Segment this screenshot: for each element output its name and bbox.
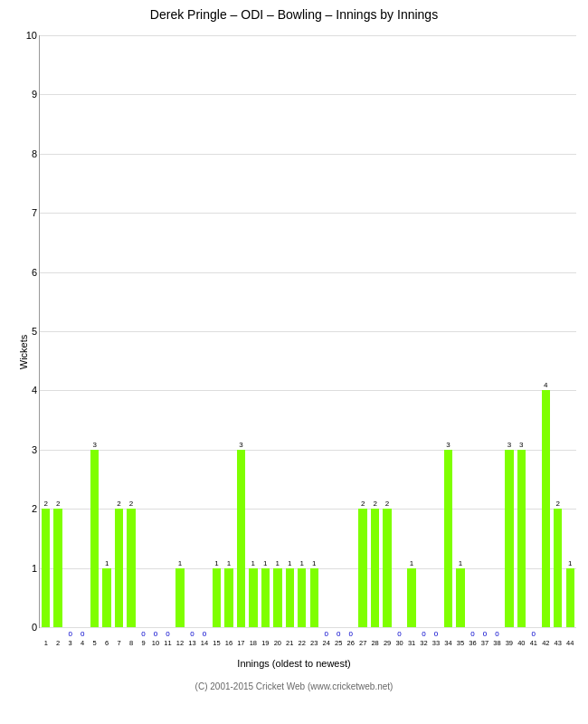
bar bbox=[237, 450, 245, 627]
chart-plot-area: 0123456789102122030435162728090100111120… bbox=[39, 35, 576, 628]
x-axis-label: Innings (oldest to newest) bbox=[237, 658, 350, 669]
x-tick-label: 16 bbox=[223, 639, 234, 647]
x-tick-label: 6 bbox=[100, 639, 112, 647]
x-tick-label: 18 bbox=[247, 639, 259, 647]
bar-value-label: 2 bbox=[371, 500, 379, 509]
x-tick-label: 38 bbox=[491, 639, 503, 647]
bar-value-label: 1 bbox=[261, 559, 270, 568]
bar bbox=[444, 450, 452, 627]
x-tick-label: 39 bbox=[503, 639, 515, 647]
bar-value-label: 3 bbox=[444, 441, 452, 450]
x-tick-label: 36 bbox=[467, 639, 479, 647]
x-tick-label: 3 bbox=[64, 639, 76, 647]
x-tick-label: 25 bbox=[332, 639, 344, 647]
bar-zero-label: 0 bbox=[432, 630, 440, 638]
bar bbox=[566, 568, 574, 627]
x-tick-label: 2 bbox=[52, 639, 63, 647]
bar-value-label: 1 bbox=[286, 559, 294, 568]
bar-zero-label: 0 bbox=[322, 630, 330, 638]
bar bbox=[358, 509, 366, 627]
x-tick-label: 43 bbox=[552, 639, 564, 647]
bar-zero-label: 0 bbox=[188, 630, 196, 638]
chart-container: Derek Pringle – ODI – Bowling – Innings … bbox=[0, 0, 588, 724]
bar bbox=[383, 509, 391, 627]
bar-zero-label: 0 bbox=[139, 630, 147, 638]
bar-value-label: 1 bbox=[456, 559, 464, 568]
x-tick-label: 32 bbox=[418, 639, 430, 647]
x-tick-label: 12 bbox=[174, 639, 185, 647]
x-tick-label: 23 bbox=[308, 639, 320, 647]
bar-value-label: 2 bbox=[115, 500, 123, 509]
bar-value-label: 1 bbox=[175, 559, 184, 568]
bar bbox=[286, 568, 294, 627]
bar-zero-label: 0 bbox=[164, 630, 172, 638]
x-tick-label: 10 bbox=[149, 639, 161, 647]
bar bbox=[127, 509, 135, 627]
x-tick-label: 8 bbox=[125, 639, 137, 647]
bar-value-label: 3 bbox=[505, 441, 513, 450]
bar-value-label: 1 bbox=[298, 559, 306, 568]
bar bbox=[90, 450, 99, 627]
bar bbox=[542, 390, 550, 627]
x-tick-label: 21 bbox=[284, 639, 296, 647]
bar-zero-label: 0 bbox=[493, 630, 501, 638]
x-tick-label: 27 bbox=[356, 639, 368, 647]
x-tick-label: 24 bbox=[320, 639, 332, 647]
x-tick-label: 1 bbox=[40, 639, 52, 647]
bar-value-label: 1 bbox=[249, 559, 257, 568]
bar-value-label: 2 bbox=[42, 500, 50, 509]
bar-zero-label: 0 bbox=[395, 630, 403, 638]
x-tick-label: 26 bbox=[345, 639, 356, 647]
bar bbox=[554, 509, 562, 627]
bar bbox=[53, 509, 62, 627]
x-tick-label: 34 bbox=[442, 639, 454, 647]
x-tick-label: 40 bbox=[516, 639, 527, 647]
bar-value-label: 3 bbox=[237, 441, 245, 450]
bar bbox=[456, 568, 464, 627]
x-tick-label: 14 bbox=[198, 639, 210, 647]
chart-title: Derek Pringle – ODI – Bowling – Innings … bbox=[150, 7, 438, 22]
x-tick-label: 37 bbox=[479, 639, 490, 647]
x-tick-label: 9 bbox=[138, 639, 149, 647]
bar-value-label: 4 bbox=[542, 381, 550, 390]
bar-value-label: 1 bbox=[407, 559, 415, 568]
y-axis-label: Wickets bbox=[18, 335, 29, 370]
bar-zero-label: 0 bbox=[420, 630, 428, 638]
x-tick-label: 20 bbox=[271, 639, 283, 647]
x-tick-label: 44 bbox=[564, 639, 576, 647]
x-tick-label: 35 bbox=[454, 639, 466, 647]
bar-value-label: 2 bbox=[127, 500, 135, 509]
bar bbox=[102, 568, 110, 627]
bar-zero-label: 0 bbox=[346, 630, 355, 638]
bar-value-label: 1 bbox=[224, 559, 232, 568]
x-tick-label: 31 bbox=[405, 639, 417, 647]
x-tick-label: 29 bbox=[381, 639, 393, 647]
bar bbox=[273, 568, 281, 627]
bar-zero-label: 0 bbox=[529, 630, 537, 638]
x-tick-label: 15 bbox=[211, 639, 223, 647]
x-tick-label: 22 bbox=[296, 639, 308, 647]
bar-zero-label: 0 bbox=[200, 630, 208, 638]
bar bbox=[505, 450, 513, 627]
bar-zero-label: 0 bbox=[480, 630, 488, 638]
x-tick-label: 5 bbox=[89, 639, 100, 647]
bar-value-label: 2 bbox=[383, 500, 391, 509]
bar-zero-label: 0 bbox=[469, 630, 477, 638]
bar bbox=[298, 568, 306, 627]
bar-value-label: 1 bbox=[213, 559, 221, 568]
bar bbox=[213, 568, 221, 627]
bar-value-label: 2 bbox=[554, 500, 562, 509]
bar bbox=[407, 568, 415, 627]
bar bbox=[261, 568, 270, 627]
x-tick-label: 42 bbox=[540, 639, 552, 647]
x-tick-label: 11 bbox=[162, 639, 174, 647]
bar-zero-label: 0 bbox=[151, 630, 159, 638]
bar-value-label: 2 bbox=[53, 500, 62, 509]
x-tick-label: 17 bbox=[235, 639, 247, 647]
bar bbox=[115, 509, 123, 627]
bar bbox=[310, 568, 318, 627]
bar bbox=[371, 509, 379, 627]
x-tick-label: 4 bbox=[76, 639, 88, 647]
bar-value-label: 1 bbox=[102, 559, 110, 568]
bar-value-label: 1 bbox=[310, 559, 318, 568]
